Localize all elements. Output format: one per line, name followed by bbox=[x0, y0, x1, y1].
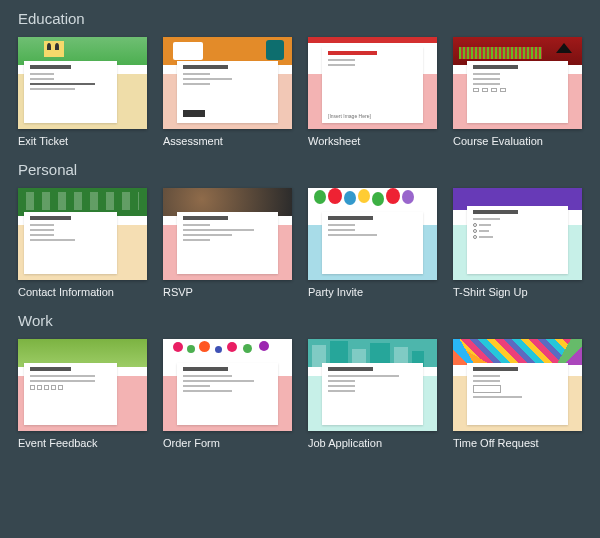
template-thumbnail bbox=[308, 188, 437, 280]
section-personal: Personal Contact Information bbox=[18, 161, 582, 298]
template-label: Contact Information bbox=[18, 286, 147, 298]
template-label: RSVP bbox=[163, 286, 292, 298]
section-title: Personal bbox=[18, 161, 582, 178]
template-grid: Exit Ticket Assessment bbox=[18, 37, 582, 147]
template-thumbnail bbox=[163, 37, 292, 129]
template-label: Exit Ticket bbox=[18, 135, 147, 147]
section-education: Education Exit Ticket bbox=[18, 10, 582, 147]
template-label: Course Evaluation bbox=[453, 135, 582, 147]
template-grid: Contact Information RSVP bbox=[18, 188, 582, 298]
template-card-job-application[interactable]: Job Application bbox=[308, 339, 437, 449]
template-card-course-evaluation[interactable]: Course Evaluation bbox=[453, 37, 582, 147]
template-label: Time Off Request bbox=[453, 437, 582, 449]
template-card-rsvp[interactable]: RSVP bbox=[163, 188, 292, 298]
template-thumbnail bbox=[163, 188, 292, 280]
template-card-tshirt-signup[interactable]: T-Shirt Sign Up bbox=[453, 188, 582, 298]
template-card-contact-information[interactable]: Contact Information bbox=[18, 188, 147, 298]
template-label: Order Form bbox=[163, 437, 292, 449]
template-label: Party Invite bbox=[308, 286, 437, 298]
template-card-order-form[interactable]: Order Form bbox=[163, 339, 292, 449]
template-card-worksheet[interactable]: [Insert Image Here] Worksheet bbox=[308, 37, 437, 147]
template-thumbnail: [Insert Image Here] bbox=[308, 37, 437, 129]
template-card-exit-ticket[interactable]: Exit Ticket bbox=[18, 37, 147, 147]
template-label: Worksheet bbox=[308, 135, 437, 147]
template-thumbnail bbox=[453, 339, 582, 431]
template-label: Assessment bbox=[163, 135, 292, 147]
template-card-assessment[interactable]: Assessment bbox=[163, 37, 292, 147]
template-card-event-feedback[interactable]: Event Feedback bbox=[18, 339, 147, 449]
template-label: T-Shirt Sign Up bbox=[453, 286, 582, 298]
template-card-time-off-request[interactable]: Time Off Request bbox=[453, 339, 582, 449]
template-label: Event Feedback bbox=[18, 437, 147, 449]
template-thumbnail bbox=[18, 37, 147, 129]
section-title: Education bbox=[18, 10, 582, 27]
template-thumbnail bbox=[453, 188, 582, 280]
section-title: Work bbox=[18, 312, 582, 329]
template-thumbnail bbox=[163, 339, 292, 431]
template-thumbnail bbox=[308, 339, 437, 431]
template-grid: Event Feedback bbox=[18, 339, 582, 449]
template-card-party-invite[interactable]: Party Invite bbox=[308, 188, 437, 298]
template-thumbnail bbox=[18, 188, 147, 280]
template-thumbnail bbox=[18, 339, 147, 431]
section-work: Work Event Feed bbox=[18, 312, 582, 449]
template-label: Job Application bbox=[308, 437, 437, 449]
template-thumbnail bbox=[453, 37, 582, 129]
